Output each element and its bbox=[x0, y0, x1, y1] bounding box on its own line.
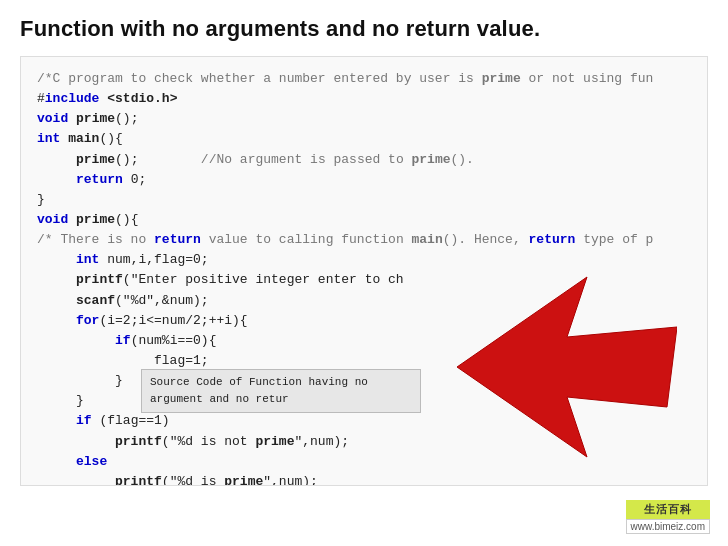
code-line: #include <stdio.h> bbox=[37, 89, 691, 109]
code-line: for(i=2;i<=num/2;++i){ bbox=[37, 311, 691, 331]
code-box: /*C program to check whether a number en… bbox=[20, 56, 708, 486]
code-line: printf("%d is prime",num); bbox=[37, 472, 691, 486]
code-line: int num,i,flag=0; bbox=[37, 250, 691, 270]
code-line: if(num%i==0){ bbox=[37, 331, 691, 351]
code-line: scanf("%d",&num); bbox=[37, 291, 691, 311]
tooltip-box: Source Code of Function having no argume… bbox=[141, 369, 421, 413]
code-line: printf("Enter positive integer enter to … bbox=[37, 270, 691, 290]
page-title: Function with no arguments and no return… bbox=[20, 16, 708, 42]
watermark: 生活百科 www.bimeiz.com bbox=[626, 500, 710, 534]
code-line: void prime(){ bbox=[37, 210, 691, 230]
page-container: Function with no arguments and no return… bbox=[0, 0, 728, 546]
code-line: return 0; bbox=[37, 170, 691, 190]
code-line: /* There is no return value to calling f… bbox=[37, 230, 691, 250]
tooltip-text: Source Code of Function having no argume… bbox=[150, 376, 368, 405]
code-line: /*C program to check whether a number en… bbox=[37, 69, 691, 89]
code-line: prime(); //No argument is passed to prim… bbox=[37, 150, 691, 170]
code-line: else bbox=[37, 452, 691, 472]
code-line: void prime(); bbox=[37, 109, 691, 129]
watermark-top: 生活百科 bbox=[626, 500, 710, 519]
code-line: int main(){ bbox=[37, 129, 691, 149]
watermark-bottom: www.bimeiz.com bbox=[626, 519, 710, 534]
code-line: printf("%d is not prime",num); bbox=[37, 432, 691, 452]
code-line: } bbox=[37, 190, 691, 210]
code-line: if (flag==1) bbox=[37, 411, 691, 431]
